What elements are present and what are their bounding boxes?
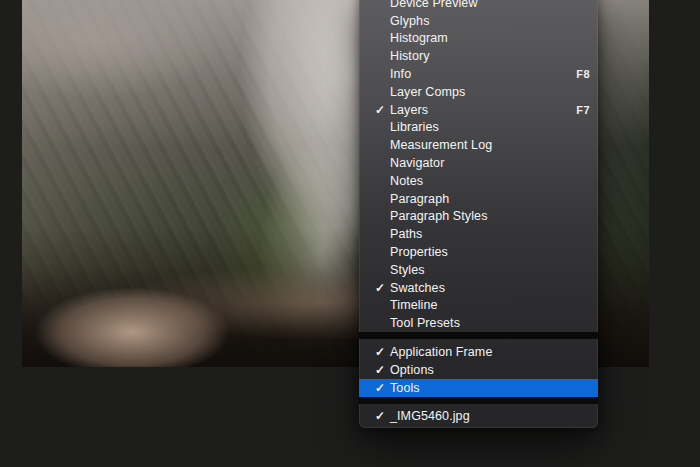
menu-item-application-frame[interactable]: ✓Application Frame (359, 343, 598, 361)
menu-item-swatches[interactable]: ✓Swatches (359, 279, 598, 297)
menu-separator (359, 397, 598, 408)
menu-item-histogram[interactable]: Histogram (359, 30, 598, 48)
menu-item-styles[interactable]: Styles (359, 261, 598, 279)
menu-item-paragraph-styles[interactable]: Paragraph Styles (359, 208, 598, 226)
menu-item-label: Timeline (390, 298, 438, 312)
menu-item-label: Notes (390, 174, 423, 188)
menu-item-timeline[interactable]: Timeline (359, 297, 598, 315)
menu-item-libraries[interactable]: Libraries (359, 119, 598, 137)
menu-item-label: Options (390, 363, 434, 377)
checkmark-icon: ✓ (375, 103, 390, 117)
checkmark-icon: ✓ (375, 363, 390, 377)
menu-item-shortcut: F7 (576, 104, 590, 116)
menu-item-measurement-log[interactable]: Measurement Log (359, 136, 598, 154)
menu-item-label: Glyphs (390, 14, 430, 28)
menu-item-glyphs[interactable]: Glyphs (359, 12, 598, 30)
menu-item-label: Paths (390, 227, 422, 241)
menu-item-history[interactable]: History (359, 47, 598, 65)
menu-item-label: Paragraph Styles (390, 209, 488, 223)
menu-item-label: Layer Comps (390, 85, 465, 99)
menu-item-info[interactable]: InfoF8 (359, 65, 598, 83)
menu-item-layer-comps[interactable]: Layer Comps (359, 83, 598, 101)
menu-item-paths[interactable]: Paths (359, 225, 598, 243)
menu-item-device-preview[interactable]: Device Preview (359, 0, 598, 12)
menu-item-label: Paragraph (390, 192, 449, 206)
menu-item-label: _IMG5460.jpg (390, 409, 470, 423)
menu-item-label: Layers (390, 103, 428, 117)
menu-item-shortcut: F8 (576, 68, 590, 80)
checkmark-icon: ✓ (375, 281, 390, 295)
menu-item-notes[interactable]: Notes (359, 172, 598, 190)
menu-section-documents: ✓_IMG5460.jpg (359, 408, 598, 426)
menu-item-label: History (390, 49, 430, 63)
checkmark-icon: ✓ (375, 381, 390, 395)
menu-item-label: Application Frame (390, 345, 492, 359)
menu-item-label: Libraries (390, 120, 439, 134)
menu-item-label: Properties (390, 245, 448, 259)
menu-item-layers[interactable]: ✓LayersF7 (359, 101, 598, 119)
menu-item-paragraph[interactable]: Paragraph (359, 190, 598, 208)
menu-item-label: Info (390, 67, 411, 81)
menu-section-panels: Device PreviewGlyphsHistogramHistoryInfo… (359, 0, 598, 332)
menu-item-properties[interactable]: Properties (359, 243, 598, 261)
menu-item-tool-presets[interactable]: Tool Presets (359, 314, 598, 332)
menu-item-navigator[interactable]: Navigator (359, 154, 598, 172)
menu-item-tools[interactable]: ✓Tools (359, 379, 598, 397)
menu-item-label: Measurement Log (390, 138, 492, 152)
menu-item-label: Tools (390, 381, 420, 395)
menu-item-label: Device Preview (390, 0, 478, 10)
menu-item-label: Tool Presets (390, 316, 460, 330)
menu-item-label: Navigator (390, 156, 444, 170)
menu-item-label: Styles (390, 263, 425, 277)
menu-item-img5460-jpg[interactable]: ✓_IMG5460.jpg (359, 408, 598, 426)
checkmark-icon: ✓ (375, 409, 390, 423)
window-menu-dropdown: Device PreviewGlyphsHistogramHistoryInfo… (359, 0, 598, 428)
checkmark-icon: ✓ (375, 345, 390, 359)
menu-item-label: Histogram (390, 31, 448, 45)
menu-item-options[interactable]: ✓Options (359, 361, 598, 379)
menu-separator (359, 332, 598, 343)
menu-item-label: Swatches (390, 281, 445, 295)
menu-section-workspace: ✓Application Frame✓Options✓Tools (359, 343, 598, 396)
